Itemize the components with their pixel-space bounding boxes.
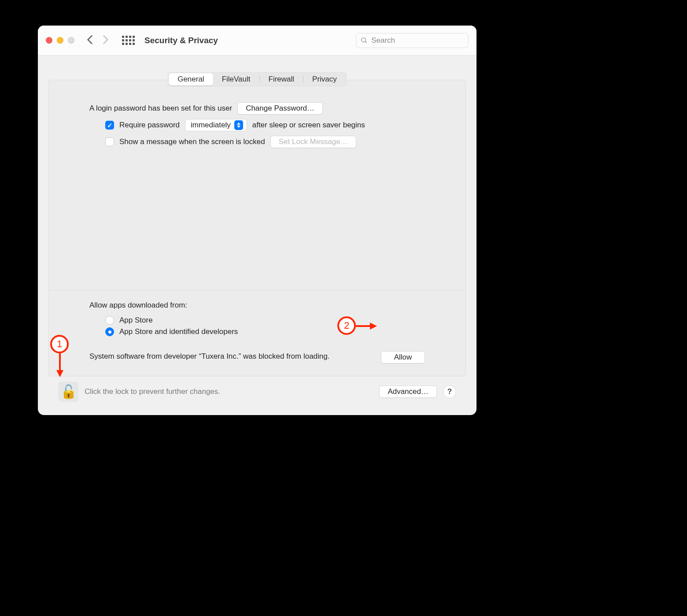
search-field-wrap[interactable] xyxy=(356,33,469,48)
allow-apps-label: Allow apps downloaded from: xyxy=(89,301,187,309)
radio-identified-developers-label: App Store and identified developers xyxy=(119,327,238,336)
zoom-window-icon xyxy=(68,37,74,44)
change-password-button[interactable]: Change Password… xyxy=(237,102,323,115)
require-password-delay-value: immediately xyxy=(191,121,231,130)
svg-marker-5 xyxy=(370,323,377,330)
tab-privacy[interactable]: Privacy xyxy=(303,73,346,85)
annotation-arrow-2 xyxy=(356,322,377,330)
annotation-callout-1: 1 xyxy=(50,335,69,353)
titlebar: Security & Privacy xyxy=(38,26,476,56)
allow-button[interactable]: Allow xyxy=(381,351,425,364)
back-button[interactable] xyxy=(87,35,93,46)
close-window-icon[interactable] xyxy=(46,37,52,44)
search-input[interactable] xyxy=(371,36,464,45)
help-button[interactable]: ? xyxy=(443,385,456,398)
divider xyxy=(49,290,465,290)
svg-point-0 xyxy=(362,37,366,41)
footer: 🔓 Click the lock to prevent further chan… xyxy=(48,376,466,407)
nav-arrows xyxy=(87,35,109,46)
login-password-set-label: A login password has been set for this u… xyxy=(89,104,232,113)
unlocked-lock-icon: 🔓 xyxy=(60,385,77,398)
minimize-window-icon[interactable] xyxy=(57,37,63,44)
radio-identified-developers[interactable] xyxy=(105,327,114,336)
show-all-icon[interactable] xyxy=(122,36,135,45)
panel-body: General FileVault Firewall Privacy A log… xyxy=(38,56,476,415)
annotation-callout-2: 2 xyxy=(337,316,356,335)
forward-button xyxy=(103,35,109,46)
show-lock-message-checkbox[interactable] xyxy=(105,137,114,146)
radio-app-store-label: App Store xyxy=(119,316,153,325)
advanced-button[interactable]: Advanced… xyxy=(379,386,437,398)
preferences-window: Security & Privacy General FileVault Fir… xyxy=(38,26,476,415)
radio-app-store[interactable] xyxy=(105,316,114,325)
svg-marker-3 xyxy=(56,370,63,377)
traffic-lights xyxy=(46,37,74,44)
window-title: Security & Privacy xyxy=(144,36,218,45)
show-lock-message-label: Show a message when the screen is locked xyxy=(119,137,265,146)
set-lock-message-button: Set Lock Message… xyxy=(270,136,356,148)
tab-filevault[interactable]: FileVault xyxy=(213,73,259,85)
require-password-checkbox[interactable] xyxy=(105,121,114,130)
tab-firewall[interactable]: Firewall xyxy=(260,73,303,85)
lock-button[interactable]: 🔓 xyxy=(58,382,78,402)
chevron-updown-icon xyxy=(234,120,243,130)
require-password-delay-select[interactable]: immediately xyxy=(185,119,247,131)
general-panel: A login password has been set for this u… xyxy=(48,80,466,376)
blocked-software-text: System software from developer “Tuxera I… xyxy=(89,351,372,362)
svg-line-1 xyxy=(365,41,366,43)
tab-bar: General FileVault Firewall Privacy xyxy=(168,72,347,86)
search-icon xyxy=(361,37,368,45)
require-password-label: Require password xyxy=(119,121,180,130)
require-password-suffix: after sleep or screen saver begins xyxy=(252,121,365,130)
annotation-arrow-1 xyxy=(55,353,64,377)
tab-general[interactable]: General xyxy=(169,73,213,85)
lock-hint-text: Click the lock to prevent further change… xyxy=(85,387,220,396)
